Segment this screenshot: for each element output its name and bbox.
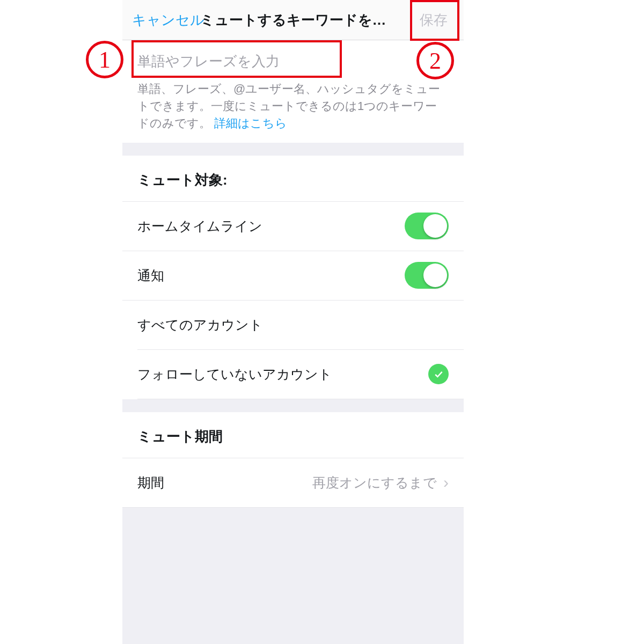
annotation-circle-2: 2 xyxy=(416,42,454,79)
input-help-text: 単語、フレーズ、@ユーザー名、ハッシュタグをミュートできます。一度にミュートでき… xyxy=(122,77,464,143)
all-accounts-row[interactable]: すべてのアカウント xyxy=(137,301,464,350)
not-following-label: フォローしていないアカウント xyxy=(137,365,332,383)
chevron-right-icon: › xyxy=(443,473,449,492)
keyword-input[interactable] xyxy=(137,53,449,70)
notifications-label: 通知 xyxy=(137,267,164,284)
help-text: 単語、フレーズ、@ユーザー名、ハッシュタグをミュートできます。一度にミュートでき… xyxy=(137,82,440,130)
keyword-input-section: 単語、フレーズ、@ユーザー名、ハッシュタグをミュートできます。一度にミュートでき… xyxy=(122,40,464,143)
duration-label: 期間 xyxy=(137,474,164,492)
annotation-circle-1: 1 xyxy=(86,41,123,78)
navbar: キャンセル ミュートするキーワードを… 保存 xyxy=(122,0,464,40)
all-accounts-label: すべてのアカウント xyxy=(137,316,263,334)
mute-duration-header: ミュート期間 xyxy=(122,412,464,458)
mute-from-header: ミュート対象: xyxy=(122,156,464,202)
save-button[interactable]: 保存 xyxy=(413,8,454,33)
learn-more-link[interactable]: 詳細はこちら xyxy=(214,116,287,130)
notifications-toggle[interactable] xyxy=(405,262,449,289)
mute-from-list: ホームタイムライン 通知 すべてのアカウント フォローしていないアカウント xyxy=(122,202,464,399)
home-timeline-label: ホームタイムライン xyxy=(137,217,262,235)
home-timeline-row[interactable]: ホームタイムライン xyxy=(122,202,464,251)
not-following-row[interactable]: フォローしていないアカウント xyxy=(137,350,464,399)
duration-value: 再度オンにするまで xyxy=(312,474,437,492)
home-timeline-toggle[interactable] xyxy=(405,213,449,239)
checkmark-icon xyxy=(428,364,449,384)
cancel-button[interactable]: キャンセル xyxy=(132,11,204,30)
mute-duration-list: 期間 再度オンにするまで › xyxy=(122,458,464,508)
duration-row[interactable]: 期間 再度オンにするまで › xyxy=(122,458,464,508)
page-title: ミュートするキーワードを… xyxy=(200,11,386,30)
notifications-row[interactable]: 通知 xyxy=(122,251,464,301)
